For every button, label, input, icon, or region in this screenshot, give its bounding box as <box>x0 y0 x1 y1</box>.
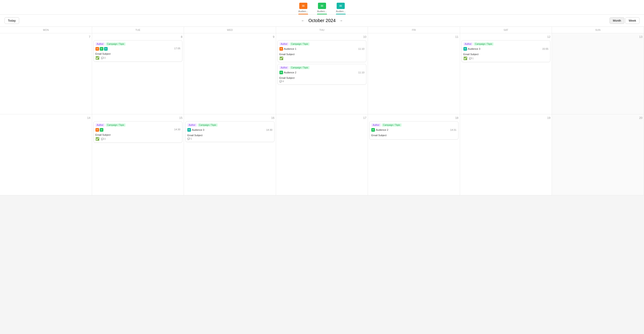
nav-label-1: Audien... <box>298 10 308 12</box>
card-tags: Author Campaign / Topic <box>280 42 364 46</box>
author-tag: Author <box>187 123 196 127</box>
card-tags: Author Campaign / Topic <box>187 123 272 127</box>
card-row: ✉ Audience 2 14:31 <box>371 128 456 132</box>
day-cell-16: 16 Author Campaign / Topic ✉ Audience 3 … <box>184 114 276 195</box>
nav-item-audience-2[interactable]: ✉ Audien... <box>317 3 327 14</box>
day-cell-17: 17 <box>276 114 368 195</box>
day-cell-13: 13 <box>552 33 644 114</box>
card-audience: ✉ Audience 2 <box>371 128 388 132</box>
email-card-10-2[interactable]: Author Campaign / Topic ✉ Audience 2 11:… <box>278 64 366 85</box>
card-footer: 💬 4 <box>280 80 364 83</box>
card-tags: Author Campaign / Topic <box>371 123 456 127</box>
card-subject: Email Subject <box>96 133 180 136</box>
email-card-8-1[interactable]: Author Campaign / Topic ✉ ✉ ✉ 17:05 Emai… <box>94 40 182 62</box>
email-card-15-1[interactable]: Author Campaign / Topic ✉ ✉ 14:30 Email … <box>94 121 182 143</box>
prev-month-button[interactable]: ← <box>301 19 305 23</box>
check-icon: ✅ <box>96 56 99 60</box>
campaign-tag: Campaign / Topic <box>198 123 218 127</box>
day-number-8: 8 <box>94 35 182 38</box>
email-card-18-1[interactable]: Author Campaign / Topic ✉ Audience 2 14:… <box>369 121 458 140</box>
comment-badge: 💬 1 <box>187 137 192 140</box>
campaign-tag: Campaign / Topic <box>382 123 402 127</box>
day-number-16: 16 <box>185 116 274 119</box>
email-card-12-1[interactable]: Author Campaign / Topic ✉ Audience 3 15:… <box>462 40 550 62</box>
card-subject: Email Subject <box>280 53 364 56</box>
card-row: ✉ Audience 1 11:10 <box>280 47 364 51</box>
audience-name: Audience 2 <box>284 71 296 74</box>
day-cell-18: 18 Author Campaign / Topic ✉ Audience 2 … <box>368 114 460 195</box>
day-number-12: 12 <box>462 35 550 38</box>
day-number-13: 13 <box>553 35 642 38</box>
month-title: October 2024 <box>308 18 336 23</box>
multi-icons: ✉ ✉ 14:30 <box>96 128 180 132</box>
top-navigation: ✉ Audien... ✉ Audien... ✉ Audien... <box>0 0 644 15</box>
nav-item-audience-3[interactable]: ✉ Audien... <box>336 3 346 14</box>
nav-label-2: Audien... <box>317 10 327 12</box>
day-number-7: 7 <box>1 35 90 38</box>
card-audience: ✉ Audience 3 <box>187 128 204 132</box>
audience-name: Audience 1 <box>284 47 296 50</box>
author-tag: Author <box>280 66 289 69</box>
author-tag: Author <box>464 42 473 46</box>
day-cell-15: 15 Author Campaign / Topic ✉ ✉ 14:30 Ema… <box>92 114 184 195</box>
today-button[interactable]: Today <box>4 17 19 24</box>
day-number-20: 20 <box>553 116 642 119</box>
day-header-mon: MON <box>0 27 92 33</box>
author-tag: Author <box>96 42 105 46</box>
audience-icon-teal: ✉ <box>464 47 467 51</box>
card-subject: Email Subject <box>96 52 180 55</box>
day-cell-12: 12 Author Campaign / Topic ✉ Audience 3 … <box>460 33 552 114</box>
audience-1-icon: ✉ <box>299 3 307 9</box>
card-audience: ✉ Audience 1 <box>280 47 296 51</box>
month-view-button[interactable]: Month <box>610 17 624 24</box>
icon-orange: ✉ <box>96 47 99 51</box>
multi-icons: ✉ ✉ ✉ 17:05 <box>96 47 180 51</box>
day-header-sun: SUN <box>552 27 644 33</box>
day-cell-14: 14 <box>0 114 92 195</box>
week-view-button[interactable]: Week <box>625 17 640 24</box>
day-number-17: 17 <box>278 116 366 119</box>
card-footer: ✅ <box>280 56 364 60</box>
card-time: 11:10 <box>358 47 364 50</box>
icon-green: ✉ <box>100 47 103 51</box>
icon-green: ✉ <box>100 128 103 132</box>
comment-badge: 💬 1 <box>469 57 474 60</box>
day-cell-10: 10 Author Campaign / Topic ✉ Audience 1 … <box>276 33 368 114</box>
nav-item-audience-1[interactable]: ✉ Audien... <box>298 3 308 14</box>
check-icon: ✅ <box>96 137 99 141</box>
comment-badge: 💬 3 <box>101 57 106 59</box>
calendar-header: Today ← October 2024 → Month Week <box>0 15 644 27</box>
day-number-11: 11 <box>369 35 458 38</box>
card-tags: Author Campaign / Topic <box>96 123 180 127</box>
card-subject: Email Subject <box>187 134 272 137</box>
email-card-10-1[interactable]: Author Campaign / Topic ✉ Audience 1 11:… <box>278 40 366 62</box>
day-header-fri: FRI <box>368 27 460 33</box>
card-time: 14:30 <box>266 128 272 131</box>
card-tags: Author Campaign / Topic <box>96 42 180 46</box>
day-cell-11: 11 <box>368 33 460 114</box>
card-time: 15:55 <box>542 47 548 50</box>
campaign-tag: Campaign / Topic <box>106 42 126 46</box>
day-number-14: 14 <box>1 116 90 119</box>
month-navigation: ← October 2024 → <box>301 18 343 23</box>
icon-orange: ✉ <box>96 128 99 132</box>
next-month-button[interactable]: → <box>339 19 343 23</box>
audience-icon-orange: ✉ <box>280 47 283 51</box>
audience-icon-green: ✉ <box>371 128 375 132</box>
card-audience: ✉ Audience 2 <box>280 71 296 74</box>
calendar-grid: MON TUE WED THU FRI SAT SUN 7 8 Author C… <box>0 27 644 195</box>
card-row: ✉ Audience 3 14:30 <box>187 128 272 132</box>
campaign-tag: Campaign / Topic <box>474 42 494 46</box>
day-cell-9: 9 <box>184 33 276 114</box>
email-card-16-1[interactable]: Author Campaign / Topic ✉ Audience 3 14:… <box>185 121 274 142</box>
day-header-wed: WED <box>184 27 276 33</box>
comment-badge: 💬 4 <box>280 80 284 83</box>
audience-name: Audience 2 <box>376 128 388 131</box>
day-number-19: 19 <box>462 116 550 119</box>
nav-label-3: Audien... <box>336 10 346 12</box>
audience-icon-teal: ✉ <box>187 128 191 132</box>
campaign-tag: Campaign / Topic <box>290 66 310 69</box>
card-time: 17:05 <box>174 47 180 51</box>
day-number-15: 15 <box>94 116 182 119</box>
card-row: ✉ Audience 2 11:10 <box>280 71 364 74</box>
